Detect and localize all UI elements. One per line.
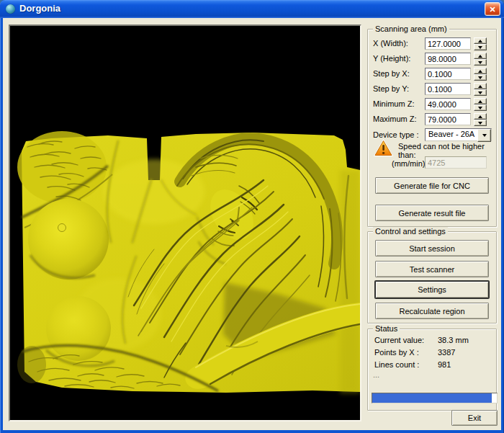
down-arrow-icon bbox=[478, 61, 482, 64]
up-arrow-icon bbox=[478, 100, 482, 103]
settings-button[interactable]: Settings bbox=[375, 281, 489, 298]
current-value-label: Current value: bbox=[374, 336, 424, 344]
start-session-button[interactable]: Start session bbox=[375, 240, 489, 256]
spinner-down-button[interactable] bbox=[474, 104, 487, 111]
recalculate-region-button[interactable]: Recalculate region bbox=[375, 303, 489, 319]
step-x-spinner bbox=[474, 68, 487, 81]
y-height-label: Y (Height): bbox=[373, 54, 410, 63]
app-window: Dorgonia ✕ bbox=[0, 0, 504, 433]
scanning-area-group-title: Scanning area (mm) bbox=[373, 24, 449, 33]
spinner-up-button[interactable] bbox=[474, 98, 487, 104]
spinner-down-button[interactable] bbox=[474, 89, 487, 96]
spinner-up-button[interactable] bbox=[474, 68, 487, 74]
step-y-spinner bbox=[474, 83, 487, 96]
test-scanner-button[interactable]: Test scanner bbox=[375, 261, 489, 277]
app-icon bbox=[6, 4, 15, 14]
x-width-label: X (Width): bbox=[373, 39, 408, 48]
spinner-up-button[interactable] bbox=[474, 37, 487, 44]
up-arrow-icon bbox=[478, 85, 482, 88]
status-group-title: Status bbox=[373, 324, 400, 333]
max-z-spinner bbox=[474, 113, 487, 126]
up-arrow-icon bbox=[478, 55, 482, 58]
step-y-input[interactable] bbox=[425, 83, 471, 95]
down-arrow-icon bbox=[478, 46, 482, 49]
up-arrow-icon bbox=[478, 70, 482, 73]
dropdown-arrow-icon[interactable] bbox=[477, 129, 491, 142]
up-arrow-icon bbox=[478, 115, 482, 118]
device-type-value: Beaver - 26A bbox=[428, 130, 474, 138]
y-height-input[interactable] bbox=[425, 53, 471, 65]
titlebar: Dorgonia ✕ bbox=[0, 0, 504, 18]
status-ellipsis: ... bbox=[373, 370, 379, 379]
window-title: Dorgonia bbox=[19, 3, 60, 14]
generate-result-button[interactable]: Generate result file bbox=[375, 205, 489, 221]
points-by-x-label: Points by X : bbox=[374, 348, 419, 357]
exit-button[interactable]: Exit bbox=[451, 410, 498, 426]
step-x-input[interactable] bbox=[425, 68, 471, 80]
min-z-spinner bbox=[474, 98, 487, 111]
up-arrow-icon bbox=[478, 40, 482, 43]
x-width-input[interactable] bbox=[425, 37, 471, 50]
max-z-input[interactable] bbox=[425, 113, 471, 125]
spinner-down-button[interactable] bbox=[474, 59, 487, 66]
y-height-spinner bbox=[474, 53, 487, 66]
spinner-up-button[interactable] bbox=[474, 113, 487, 120]
current-value: 38.3 mm bbox=[438, 336, 469, 344]
min-z-label: Minimum Z: bbox=[373, 99, 414, 108]
spinner-down-button[interactable] bbox=[474, 44, 487, 50]
relief-image bbox=[10, 26, 360, 420]
client-area: Scanning area (mm) X (Width): Y (Height)… bbox=[3, 18, 501, 430]
speed-unit-label: (mm/min) bbox=[392, 159, 425, 168]
control-settings-group-title: Control and settings bbox=[373, 227, 448, 236]
step-x-label: Step by X: bbox=[373, 69, 410, 78]
min-z-input[interactable] bbox=[425, 98, 471, 110]
lines-count-label: Lines count : bbox=[374, 360, 419, 369]
progress-bar-fill bbox=[372, 393, 492, 403]
progress-bar bbox=[372, 393, 498, 403]
speed-limit-input bbox=[425, 156, 487, 169]
down-arrow-icon bbox=[482, 134, 487, 137]
down-arrow-icon bbox=[478, 91, 482, 94]
spinner-down-button[interactable] bbox=[474, 120, 487, 126]
spinner-up-button[interactable] bbox=[474, 53, 487, 59]
warning-icon bbox=[373, 138, 394, 158]
spinner-up-button[interactable] bbox=[474, 83, 487, 89]
scan-preview-viewport[interactable] bbox=[9, 24, 361, 421]
close-button[interactable]: ✕ bbox=[485, 2, 500, 16]
generate-cnc-button[interactable]: Generate file for CNC bbox=[375, 177, 489, 194]
down-arrow-icon bbox=[478, 76, 482, 79]
points-by-x-value: 3387 bbox=[438, 348, 455, 357]
device-type-select[interactable]: Beaver - 26A bbox=[425, 128, 492, 141]
down-arrow-icon bbox=[478, 122, 482, 125]
x-width-spinner bbox=[474, 37, 487, 50]
lines-count-value: 981 bbox=[438, 360, 451, 369]
max-z-label: Maximum Z: bbox=[373, 115, 417, 123]
spinner-down-button[interactable] bbox=[474, 74, 487, 81]
close-icon: ✕ bbox=[489, 5, 495, 14]
step-y-label: Step by Y: bbox=[373, 84, 409, 93]
down-arrow-icon bbox=[478, 107, 482, 110]
